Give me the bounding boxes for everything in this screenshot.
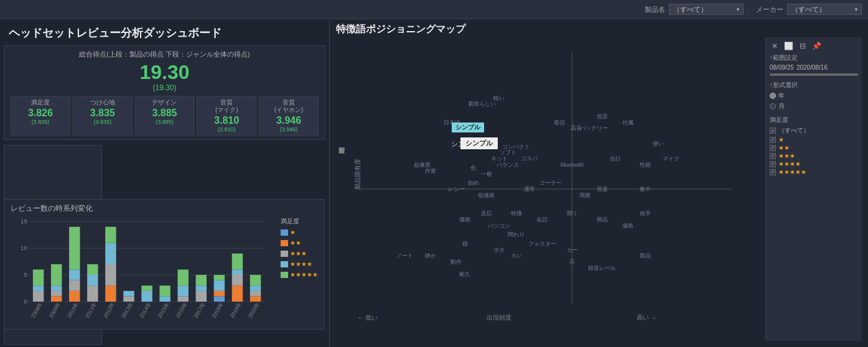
product-select[interactable]: （すべて） <box>669 4 744 15</box>
svg-text:2017年: 2017年 <box>192 301 207 319</box>
score-card-sub: (3.826) <box>14 119 67 125</box>
map-word: フォスター <box>528 239 556 248</box>
legend-color <box>281 229 288 236</box>
pin-icon[interactable]: 📌 <box>810 41 823 51</box>
map-tooltip-highlight: シンプル <box>452 123 484 132</box>
svg-text:2016年: 2016年 <box>174 301 189 319</box>
map-word: 合計 <box>610 155 621 163</box>
legend-color <box>281 261 288 267</box>
checkbox-box <box>770 169 776 175</box>
svg-rect-34 <box>105 243 116 264</box>
map-word: 耐久 <box>459 270 470 278</box>
svg-rect-41 <box>141 285 152 291</box>
score-card-label: つけ心地 <box>76 99 129 106</box>
date-end: 2020/08/16 <box>796 64 828 71</box>
map-word: コーナー <box>539 179 562 187</box>
maker-filter-label: メーカー <box>756 5 783 14</box>
radio-month[interactable]: 月 <box>770 102 858 111</box>
sidebar-top-icons: ✕ ⬜ ⊟ 📌 <box>770 41 858 51</box>
radio-year[interactable]: 年 <box>770 91 858 100</box>
map-word: 性能 <box>640 160 651 169</box>
checkbox-label: （すべて） <box>778 126 810 135</box>
close-icon[interactable]: ✕ <box>770 41 780 51</box>
product-filter-label: 製品名 <box>645 5 665 14</box>
map-word: 色 <box>470 164 476 172</box>
maker-select[interactable]: （すべて） <box>787 4 862 15</box>
date-slider[interactable] <box>770 73 858 76</box>
map-word: 反応 <box>481 210 492 218</box>
score-card: つけ心地 3.835 (3.835) <box>73 96 133 136</box>
satisfaction-checkbox-item[interactable]: ★★★ <box>770 152 858 159</box>
checkbox-box <box>770 127 776 134</box>
checkbox-box <box>770 145 776 151</box>
svg-rect-44 <box>159 285 170 296</box>
legend-label: ★★★★★ <box>290 270 318 280</box>
svg-text:2018年: 2018年 <box>210 301 225 319</box>
svg-rect-55 <box>214 291 225 297</box>
checkbox-label: ★★★★ <box>778 160 801 167</box>
legend-label: ★ <box>290 228 296 238</box>
satisfaction-checkbox-item[interactable]: ★★★★★ <box>770 169 858 175</box>
legend-item: ★★★ <box>281 249 318 259</box>
svg-rect-65 <box>250 291 261 297</box>
svg-rect-16 <box>33 269 44 285</box>
satisfaction-checkbox-item[interactable]: （すべて） <box>770 126 858 135</box>
svg-rect-46 <box>178 296 189 302</box>
map-word: 着信 <box>554 118 565 126</box>
svg-rect-66 <box>250 285 261 291</box>
map-word: 関わり <box>508 231 525 239</box>
format-title: ↑形式選択 <box>770 81 858 90</box>
legend-item: ★★★★★ <box>281 270 318 280</box>
satisfaction-checkbox-item[interactable]: ★★ <box>770 144 858 151</box>
legend-label: ★★★ <box>290 249 307 259</box>
svg-rect-54 <box>214 296 225 302</box>
product-select-wrapper[interactable]: （すべて） <box>669 4 744 15</box>
score-card-label: 音質(イヤホン) <box>262 99 315 114</box>
svg-rect-23 <box>69 291 80 302</box>
map-word: 軽い <box>493 94 505 102</box>
svg-rect-15 <box>33 285 44 291</box>
main-score-value: 19.30 <box>11 62 319 83</box>
svg-rect-56 <box>214 280 225 291</box>
score-card-sub: (3.885) <box>138 119 192 125</box>
svg-text:10: 10 <box>21 244 27 251</box>
map-word: 作業 <box>425 167 436 175</box>
map-word: コスパ <box>521 155 538 163</box>
svg-text:2020年: 2020年 <box>247 301 261 319</box>
legend-color <box>281 251 288 257</box>
svg-text:15: 15 <box>21 218 27 224</box>
svg-text:2011年: 2011年 <box>84 301 98 319</box>
svg-rect-19 <box>51 291 62 297</box>
filter-icon[interactable]: ⊟ <box>798 41 808 51</box>
map-word: 低音 <box>597 112 608 120</box>
svg-rect-29 <box>87 275 98 285</box>
map-word: 石 <box>569 258 575 266</box>
checkbox-box <box>770 161 776 167</box>
export-icon[interactable]: ⬜ <box>782 41 795 51</box>
score-card-sub: (3.946) <box>262 126 315 132</box>
satisfaction-checkbox-item[interactable]: ★★★★ <box>770 160 858 167</box>
svg-text:2008年: 2008年 <box>30 301 44 319</box>
svg-rect-43 <box>159 296 170 302</box>
svg-rect-28 <box>87 285 98 302</box>
map-word: 製品 <box>640 252 651 260</box>
map-word: バランス <box>497 160 519 169</box>
map-word: パソコン <box>488 221 510 229</box>
svg-rect-57 <box>214 275 225 280</box>
checkbox-box <box>770 153 776 159</box>
legend-item: ★ <box>281 228 318 238</box>
maker-select-wrapper[interactable]: （すべて） <box>787 4 862 15</box>
score-card: デザイン 3.885 (3.885) <box>135 96 195 136</box>
checkbox-label: ★★ <box>778 144 790 151</box>
score-card-value: 3.810 <box>200 115 253 126</box>
svg-rect-20 <box>51 285 62 291</box>
format-section: ↑形式選択 年 月 <box>770 81 858 111</box>
svg-text:5: 5 <box>24 271 27 278</box>
score-card: 音質(マイク) 3.810 (3.810) <box>197 96 256 136</box>
range-title: ↑範囲設定 <box>770 53 858 62</box>
scores-section-title: 総合得点(上段：製品の得点 下段：ジャンル全体の得点) <box>11 50 319 59</box>
map-word: 価格 <box>622 221 633 229</box>
satisfaction-checkbox-item[interactable]: ★ <box>770 136 858 143</box>
svg-rect-51 <box>196 285 207 291</box>
svg-rect-21 <box>51 264 62 285</box>
